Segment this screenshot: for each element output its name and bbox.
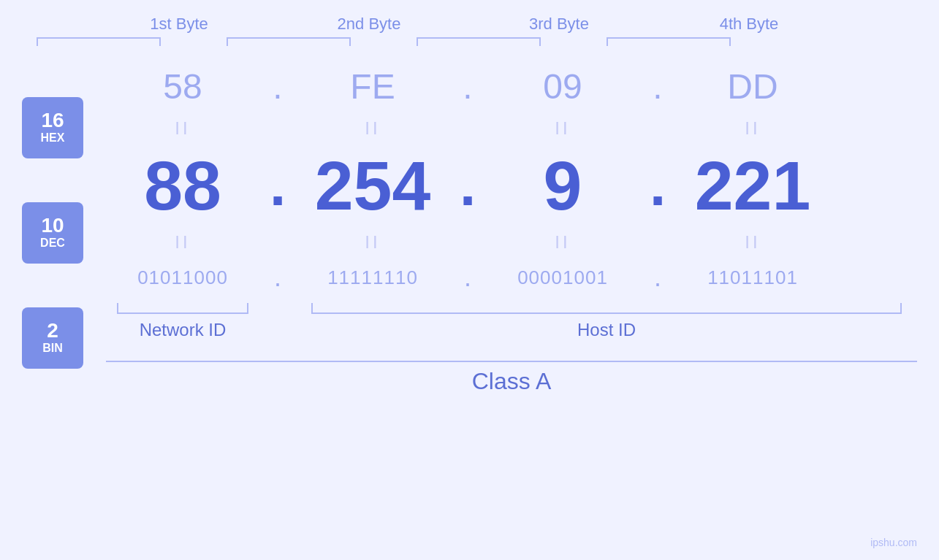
eq2-b4: II	[676, 232, 829, 253]
dec-dot1: .	[259, 152, 296, 219]
bracket-byte4-top	[607, 37, 731, 46]
bin-dot1: .	[259, 262, 296, 293]
bin-row: 01011000 . 11111110 . 00001001 .	[106, 256, 917, 299]
dec-byte3: 9	[486, 151, 639, 220]
eq1-b3: II	[486, 118, 639, 139]
main-layout: 1st Byte 2nd Byte 3rd Byte 4th Byte	[0, 0, 939, 560]
watermark: ipshu.com	[870, 536, 917, 549]
id-labels-row: Network ID Host ID	[106, 320, 917, 345]
sep2	[446, 15, 482, 34]
hex-byte3: 09	[486, 66, 639, 107]
bracket-byte2-top	[227, 37, 351, 46]
bracket-host-bottom	[296, 303, 917, 318]
bracket-byte1-top	[37, 37, 161, 46]
hex-spacer	[22, 57, 95, 97]
eq-row1: II II II II	[106, 117, 917, 140]
dec-badge: 10 DEC	[22, 202, 83, 264]
byte-headers-row: 1st Byte 2nd Byte 3rd Byte 4th Byte	[102, 15, 917, 34]
sep1	[256, 15, 292, 34]
top-brackets	[22, 37, 917, 46]
values-col: 58 . FE . 09 . DD	[106, 57, 917, 395]
eq1-b2: II	[296, 118, 449, 139]
eq1-b1: II	[106, 118, 259, 139]
eq2-b2: II	[296, 232, 449, 253]
bin-byte4: 11011101	[676, 266, 829, 289]
bracket-byte3-top	[417, 37, 541, 46]
sep3	[636, 15, 672, 34]
bin-dot2: .	[449, 262, 486, 293]
bin-byte2: 11111110	[296, 266, 449, 289]
dec-byte1: 88	[106, 151, 259, 220]
bin-badge: 2 BIN	[22, 307, 83, 369]
byte1-header: 1st Byte	[102, 15, 256, 34]
hex-dot2: .	[449, 66, 486, 107]
dec-byte2: 254	[296, 151, 449, 220]
hex-dot1: .	[259, 66, 296, 107]
rows-container: 16 HEX 10 DEC 2 BIN 58	[22, 57, 917, 553]
class-label: Class A	[106, 368, 917, 395]
hex-dot3: .	[639, 66, 676, 107]
dec-row: 88 . 254 . 9 . 221	[106, 142, 917, 229]
hex-byte1: 58	[106, 66, 259, 107]
bin-byte1: 01011000	[106, 266, 259, 289]
byte4-header: 4th Byte	[672, 15, 826, 34]
dec-spacer	[22, 158, 95, 202]
eq1-b4: II	[676, 118, 829, 139]
host-id-label: Host ID	[296, 320, 917, 345]
dec-dot2: .	[449, 152, 486, 219]
bin-spacer	[22, 264, 95, 307]
eq-row2: II II II II	[106, 231, 917, 254]
base-labels-col: 16 HEX 10 DEC 2 BIN	[22, 57, 95, 369]
dec-dot3: .	[639, 152, 676, 219]
hex-row: 58 . FE . 09 . DD	[106, 57, 917, 115]
eq2-b3: II	[486, 232, 639, 253]
network-id-label: Network ID	[106, 320, 259, 345]
hex-badge: 16 HEX	[22, 97, 83, 158]
byte2-header: 2nd Byte	[292, 15, 446, 34]
eq2-b1: II	[106, 232, 259, 253]
bin-dot3: .	[639, 262, 676, 293]
hex-byte4: DD	[676, 66, 829, 107]
byte3-header: 3rd Byte	[482, 15, 636, 34]
bottom-brackets-row	[106, 303, 917, 318]
class-bracket	[106, 351, 917, 362]
bin-byte3: 00001001	[486, 266, 639, 289]
hex-byte2: FE	[296, 66, 449, 107]
dec-byte4: 221	[676, 151, 829, 220]
bracket-network-bottom	[106, 303, 259, 318]
